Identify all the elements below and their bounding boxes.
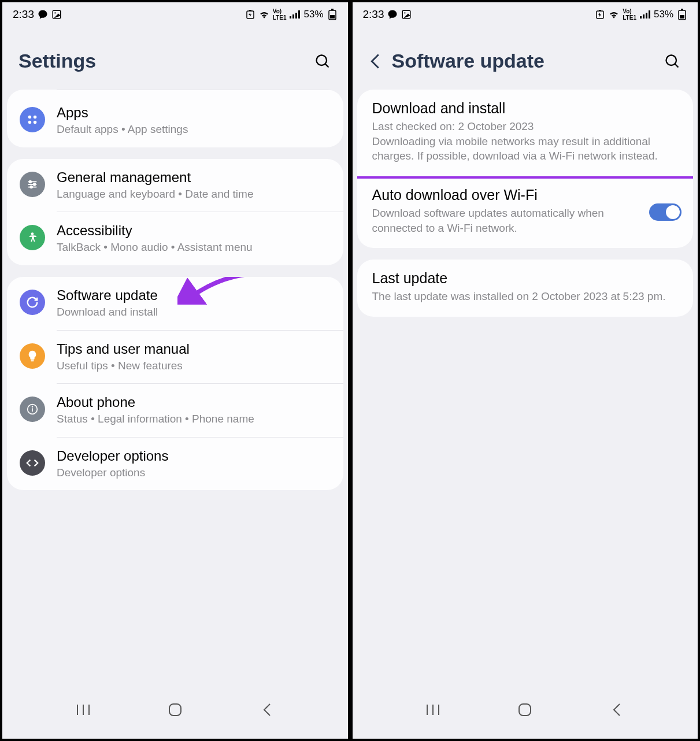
item-subtitle: Useful tips • New features bbox=[57, 358, 331, 373]
item-title: Accessibility bbox=[57, 223, 331, 239]
item-subtitle: Language and keyboard • Date and time bbox=[57, 187, 331, 202]
status-time: 2:33 bbox=[363, 8, 384, 21]
status-left: 2:33 bbox=[13, 8, 62, 21]
picture-icon bbox=[401, 9, 412, 20]
battery-icon bbox=[677, 9, 687, 20]
software-icon bbox=[20, 290, 45, 315]
card-software-group: Software update Download and install Tip… bbox=[7, 277, 343, 491]
item-title: Apps bbox=[57, 105, 331, 121]
general-icon bbox=[20, 172, 45, 197]
settings-list: Apps Default apps • App settings General… bbox=[2, 90, 348, 687]
item-title: Last update bbox=[372, 270, 679, 287]
svg-point-13 bbox=[28, 116, 32, 119]
nav-bar bbox=[2, 687, 348, 739]
phone-settings: 2:33 Vo)LTE1 53% Setting bbox=[0, 0, 350, 741]
item-title: Auto download over Wi-Fi bbox=[372, 187, 640, 203]
page-title: Software update bbox=[392, 50, 653, 72]
card-last-update: Last update The last update was installe… bbox=[357, 260, 694, 317]
item-subtitle: Download and install bbox=[57, 305, 331, 320]
wifi-icon bbox=[609, 9, 619, 20]
svg-rect-9 bbox=[331, 9, 334, 10]
nav-back[interactable] bbox=[605, 698, 628, 721]
svg-point-21 bbox=[34, 183, 36, 186]
signal-icon bbox=[640, 9, 650, 20]
search-button[interactable] bbox=[663, 52, 682, 71]
status-left: 2:33 bbox=[363, 8, 412, 21]
settings-item-tips[interactable]: Tips and user manual Useful tips • New f… bbox=[7, 331, 343, 384]
nav-home[interactable] bbox=[164, 698, 187, 721]
auto-download-toggle[interactable] bbox=[649, 203, 682, 221]
svg-rect-5 bbox=[292, 14, 294, 18]
item-body: Apps Default apps • App settings bbox=[57, 105, 331, 137]
nav-recents[interactable] bbox=[72, 698, 95, 721]
svg-point-23 bbox=[31, 233, 34, 236]
item-body: About phone Status • Legal information •… bbox=[57, 394, 331, 427]
svg-rect-7 bbox=[298, 10, 300, 18]
accessibility-icon bbox=[20, 225, 45, 250]
item-body: Accessibility TalkBack • Mono audio • As… bbox=[57, 223, 331, 255]
settings-item-apps[interactable]: Apps Default apps • App settings bbox=[7, 94, 343, 147]
svg-rect-25 bbox=[31, 360, 34, 361]
header: Software update bbox=[353, 27, 698, 90]
svg-point-14 bbox=[34, 116, 37, 119]
download-install-item[interactable]: Download and install Last checked on: 2 … bbox=[357, 90, 694, 176]
svg-point-28 bbox=[32, 406, 34, 408]
card-download-group: Download and install Last checked on: 2 … bbox=[357, 90, 694, 248]
battery-percent: 53% bbox=[654, 9, 673, 20]
svg-rect-4 bbox=[290, 16, 291, 18]
picture-icon bbox=[51, 9, 62, 20]
settings-item-software[interactable]: Software update Download and install bbox=[7, 277, 343, 330]
back-button[interactable] bbox=[369, 53, 382, 70]
item-line2: Downloading via mobile networks may resu… bbox=[372, 134, 679, 164]
item-title: About phone bbox=[57, 394, 331, 410]
svg-point-20 bbox=[29, 180, 32, 183]
svg-point-16 bbox=[34, 121, 37, 124]
card-apps-group: Apps Default apps • App settings bbox=[7, 90, 343, 147]
battery-saver-icon bbox=[595, 9, 605, 20]
nav-back[interactable] bbox=[255, 698, 279, 721]
auto-download-item[interactable]: Auto download over Wi-Fi Download softwa… bbox=[357, 176, 694, 248]
svg-rect-27 bbox=[32, 409, 33, 412]
item-subtitle: The last update was installed on 2 Octob… bbox=[372, 289, 679, 304]
svg-point-1 bbox=[54, 12, 55, 13]
settings-item-accessibility[interactable]: Accessibility TalkBack • Mono audio • As… bbox=[7, 212, 343, 265]
item-title: Download and install bbox=[372, 100, 679, 117]
settings-item-general[interactable]: General management Language and keyboard… bbox=[7, 159, 343, 212]
svg-rect-37 bbox=[640, 16, 642, 18]
card-general-group: General management Language and keyboard… bbox=[7, 159, 343, 265]
svg-rect-43 bbox=[680, 15, 684, 18]
svg-rect-49 bbox=[519, 704, 531, 716]
nav-home[interactable] bbox=[513, 698, 536, 721]
chat-icon bbox=[387, 9, 398, 20]
svg-point-34 bbox=[405, 12, 406, 13]
apps-icon bbox=[20, 107, 45, 132]
svg-rect-3 bbox=[249, 10, 251, 11]
nav-recents[interactable] bbox=[421, 698, 445, 721]
item-subtitle: Download software updates automatically … bbox=[372, 206, 640, 235]
signal-icon bbox=[290, 9, 300, 20]
search-button[interactable] bbox=[313, 52, 332, 71]
chat-icon bbox=[38, 9, 48, 20]
svg-line-45 bbox=[675, 64, 679, 67]
wifi-icon bbox=[259, 9, 269, 20]
settings-item-about[interactable]: About phone Status • Legal information •… bbox=[7, 384, 343, 437]
last-update-item[interactable]: Last update The last update was installe… bbox=[357, 260, 694, 317]
item-subtitle: Default apps • App settings bbox=[57, 122, 331, 137]
volte-icon: Vo)LTE1 bbox=[623, 8, 636, 21]
battery-saver-icon bbox=[245, 9, 255, 20]
svg-line-12 bbox=[325, 64, 328, 67]
item-subtitle: TalkBack • Mono audio • Assistant menu bbox=[57, 240, 331, 255]
svg-rect-42 bbox=[681, 9, 683, 10]
item-body: General management Language and keyboard… bbox=[57, 169, 331, 202]
svg-point-15 bbox=[28, 121, 32, 124]
settings-item-developer[interactable]: Developer options Developer options bbox=[7, 438, 343, 491]
svg-rect-39 bbox=[646, 13, 647, 18]
battery-icon bbox=[327, 9, 338, 20]
nav-bar bbox=[353, 687, 698, 739]
item-title: General management bbox=[57, 169, 331, 186]
item-subtitle: Status • Legal information • Phone name bbox=[57, 412, 331, 427]
svg-rect-38 bbox=[643, 14, 645, 18]
item-body: Developer options Developer options bbox=[57, 448, 331, 480]
item-line1: Last checked on: 2 October 2023 bbox=[372, 119, 679, 134]
item-title: Tips and user manual bbox=[57, 341, 331, 357]
